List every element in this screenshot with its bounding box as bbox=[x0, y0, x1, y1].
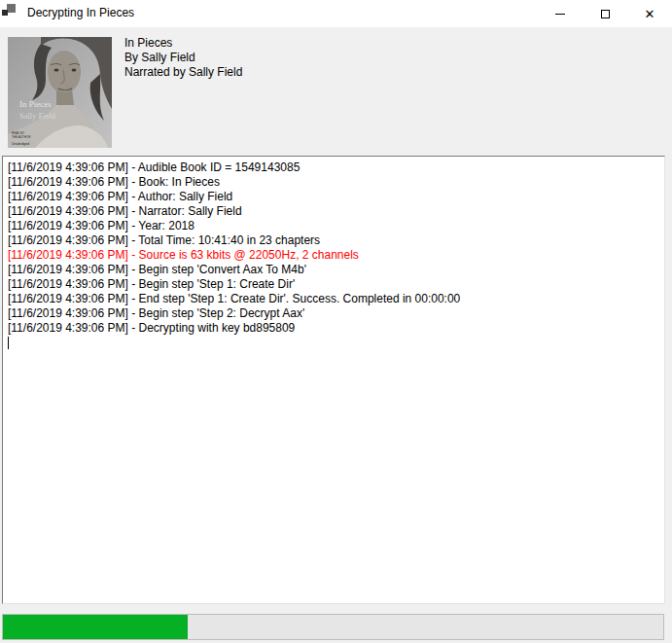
text-caret bbox=[8, 337, 9, 349]
log-line: [11/6/2019 4:39:06 PM] - End step 'Step … bbox=[8, 292, 659, 306]
cover-author-text: Sally Field bbox=[19, 111, 56, 121]
progress-fill bbox=[3, 615, 188, 639]
app-icon-square-big bbox=[7, 4, 16, 13]
log-line: [11/6/2019 4:39:06 PM] - Begin step 'Con… bbox=[8, 263, 659, 277]
log-line: [11/6/2019 4:39:06 PM] - Audible Book ID… bbox=[8, 161, 659, 175]
log-caret-line bbox=[8, 336, 659, 350]
log-output: [11/6/2019 4:39:06 PM] - Audible Book ID… bbox=[8, 161, 659, 350]
log-line: [11/6/2019 4:39:06 PM] - Decrypting with… bbox=[8, 321, 659, 336]
log-line: [11/6/2019 4:39:06 PM] - Year: 2018 bbox=[8, 219, 659, 233]
book-author: By Sally Field bbox=[124, 51, 242, 65]
log-line: [11/6/2019 4:39:06 PM] - Begin step 'Ste… bbox=[8, 277, 659, 292]
progress-bar bbox=[2, 614, 664, 640]
cover-readby-line2: THE AUTHOR bbox=[12, 135, 31, 139]
log-line: [11/6/2019 4:39:06 PM] - Author: Sally F… bbox=[8, 190, 659, 204]
maximize-icon bbox=[601, 10, 610, 18]
book-title: In Pieces bbox=[124, 36, 242, 51]
app-icon-square-small bbox=[2, 10, 8, 16]
book-meta: In Pieces By Sally Field Narrated by Sal… bbox=[124, 36, 242, 80]
title-bar[interactable]: Decrypting In Pieces ✕ bbox=[0, 0, 672, 27]
minimize-icon bbox=[555, 14, 565, 15]
close-icon: ✕ bbox=[645, 8, 655, 20]
cover-title-text: In Pieces bbox=[19, 99, 52, 109]
cover-edition-text: Unabridged bbox=[12, 142, 29, 146]
app-icon bbox=[2, 3, 16, 17]
maximize-button[interactable] bbox=[583, 0, 627, 27]
caption-buttons: ✕ bbox=[538, 0, 672, 27]
log-line: [11/6/2019 4:39:06 PM] - Total Time: 10:… bbox=[8, 233, 659, 248]
close-button[interactable]: ✕ bbox=[627, 0, 672, 27]
book-cover-art: In Pieces Sally Field READ BY THE AUTHOR… bbox=[8, 37, 112, 148]
minimize-button[interactable] bbox=[538, 0, 583, 27]
book-narrator: Narrated by Sally Field bbox=[124, 65, 242, 80]
log-line: [11/6/2019 4:39:06 PM] - Begin step 'Ste… bbox=[8, 306, 659, 321]
book-cover-image: In Pieces Sally Field READ BY THE AUTHOR… bbox=[8, 37, 112, 148]
window-title: Decrypting In Pieces bbox=[27, 6, 134, 19]
log-line: [11/6/2019 4:39:06 PM] - Narrator: Sally… bbox=[8, 204, 659, 219]
log-line: [11/6/2019 4:39:06 PM] - Book: In Pieces bbox=[8, 175, 659, 190]
log-line: [11/6/2019 4:39:06 PM] - Source is 63 kb… bbox=[8, 248, 659, 263]
log-textbox[interactable]: [11/6/2019 4:39:06 PM] - Audible Book ID… bbox=[2, 156, 665, 604]
